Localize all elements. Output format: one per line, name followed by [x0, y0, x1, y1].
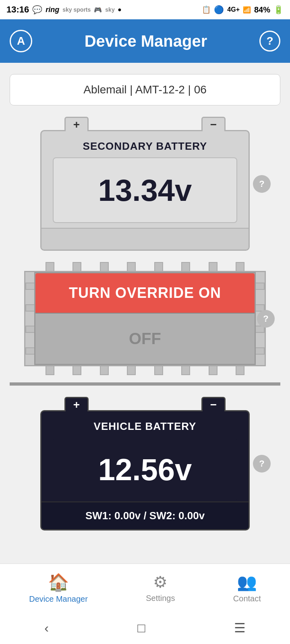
- chip-top-teeth: [24, 262, 266, 271]
- tooth: [154, 262, 163, 271]
- vehicle-battery-positive-terminal: +: [64, 397, 89, 411]
- vehicle-battery-label: VEHICLE BATTERY: [94, 420, 197, 433]
- battery-icon: 🔋: [273, 5, 284, 14]
- tooth: [72, 262, 81, 271]
- tooth: [236, 366, 244, 375]
- vehicle-battery-negative-terminal: −: [201, 397, 226, 411]
- chip-body: TURN OVERRIDE ON OFF: [24, 271, 266, 366]
- tooth: [181, 262, 190, 271]
- main-content: Ablemail | AMT-12-2 | 06 + − SECONDARY B…: [0, 63, 290, 564]
- sky-sports-icon: sky sports: [62, 6, 91, 13]
- secondary-battery-section: + − SECONDARY BATTERY 13.34v ?: [40, 117, 250, 251]
- tooth: [46, 366, 54, 375]
- wire-connector: [10, 382, 280, 386]
- tooth: [25, 326, 34, 333]
- bluetooth-icon: 🔵: [214, 5, 224, 14]
- time-display: 13:16: [6, 4, 29, 15]
- app-icon2: 🎮: [94, 6, 102, 14]
- tooth: [25, 347, 34, 355]
- tooth: [256, 347, 265, 355]
- tooth: [209, 366, 218, 375]
- secondary-battery-label: SECONDARY BATTERY: [83, 140, 207, 153]
- nav-item-settings[interactable]: ⚙ Settings: [146, 573, 175, 603]
- recents-button[interactable]: ☰: [226, 616, 254, 640]
- ring-icon: ring: [46, 6, 59, 14]
- nav-label-device-manager: Device Manager: [29, 594, 88, 604]
- relay-section: TURN OVERRIDE ON OFF ?: [24, 262, 266, 375]
- tooth: [46, 262, 54, 271]
- bottom-navigation: 🏠 Device Manager ⚙ Settings 👥 Contact: [0, 564, 290, 612]
- tooth: [25, 304, 34, 312]
- battery-display: 84%: [254, 5, 270, 14]
- device-name: Ablemail | AMT-12-2 | 06: [83, 83, 207, 96]
- relay-help-button[interactable]: ?: [257, 310, 275, 328]
- sim-icon: 📋: [202, 5, 211, 14]
- secondary-battery-help-icon: ?: [259, 179, 264, 189]
- dot-icon: •: [118, 4, 121, 15]
- chip-bottom-teeth: [24, 366, 266, 375]
- relay-help-icon: ?: [263, 314, 268, 324]
- tooth: [236, 262, 244, 271]
- secondary-battery-positive-terminal: +: [64, 117, 89, 131]
- status-bar: 13:16 💬 ring sky sports 🎮 sky • 📋 🔵 4G+ …: [0, 0, 290, 19]
- vehicle-battery-section: + − VEHICLE BATTERY 12.56v SW1: 0.00v / …: [40, 397, 250, 530]
- help-button[interactable]: ?: [259, 31, 280, 52]
- nav-label-settings: Settings: [146, 594, 175, 603]
- tooth: [256, 283, 265, 290]
- override-button[interactable]: TURN OVERRIDE ON: [35, 273, 255, 313]
- vehicle-battery-voltage: 12.56v: [98, 452, 192, 487]
- device-selector[interactable]: Ablemail | AMT-12-2 | 06: [10, 74, 280, 105]
- tooth: [127, 262, 136, 271]
- vehicle-battery-help-icon: ?: [259, 458, 264, 469]
- back-button[interactable]: ‹: [36, 617, 57, 640]
- nav-item-contact[interactable]: 👥 Contact: [233, 573, 261, 603]
- secondary-battery-negative-terminal: −: [201, 117, 226, 131]
- vehicle-battery-help-button[interactable]: ?: [253, 455, 271, 473]
- contact-icon: 👥: [237, 573, 257, 592]
- chip-inner: TURN OVERRIDE ON OFF: [34, 272, 256, 365]
- relay-status: OFF: [35, 314, 255, 364]
- secondary-battery-voltage: 13.34v: [98, 173, 192, 208]
- tooth: [100, 262, 109, 271]
- app-header: A Device Manager ?: [0, 19, 290, 63]
- home-button[interactable]: □: [129, 617, 153, 640]
- tooth: [25, 283, 34, 290]
- tooth: [209, 262, 218, 271]
- page-title: Device Manager: [85, 32, 207, 50]
- vehicle-sw-info: SW1: 0.00v / SW2: 0.00v: [85, 510, 205, 522]
- chip-left-teeth: [25, 272, 34, 365]
- system-nav-bar: ‹ □ ☰: [0, 612, 290, 644]
- whatsapp-icon: 💬: [32, 5, 42, 14]
- status-bar-left: 13:16 💬 ring sky sports 🎮 sky •: [6, 4, 121, 15]
- help-icon: ?: [266, 35, 273, 47]
- secondary-battery-help-button[interactable]: ?: [253, 175, 271, 193]
- nav-item-device-manager[interactable]: 🏠 Device Manager: [29, 572, 88, 604]
- tooth: [127, 366, 136, 375]
- tooth: [72, 366, 81, 375]
- app-icon3: sky: [105, 6, 114, 13]
- nav-label-contact: Contact: [233, 594, 261, 603]
- settings-icon: ⚙: [153, 573, 168, 591]
- home-icon: 🏠: [48, 572, 69, 592]
- tooth: [100, 366, 109, 375]
- network-icon: 4G+: [227, 6, 240, 13]
- signal-icon: 📶: [243, 6, 251, 14]
- tooth: [154, 366, 163, 375]
- tooth: [181, 366, 190, 375]
- status-bar-right: 📋 🔵 4G+ 📶 84% 🔋: [202, 5, 284, 14]
- logo-text: A: [17, 35, 25, 47]
- app-logo: A: [10, 30, 32, 52]
